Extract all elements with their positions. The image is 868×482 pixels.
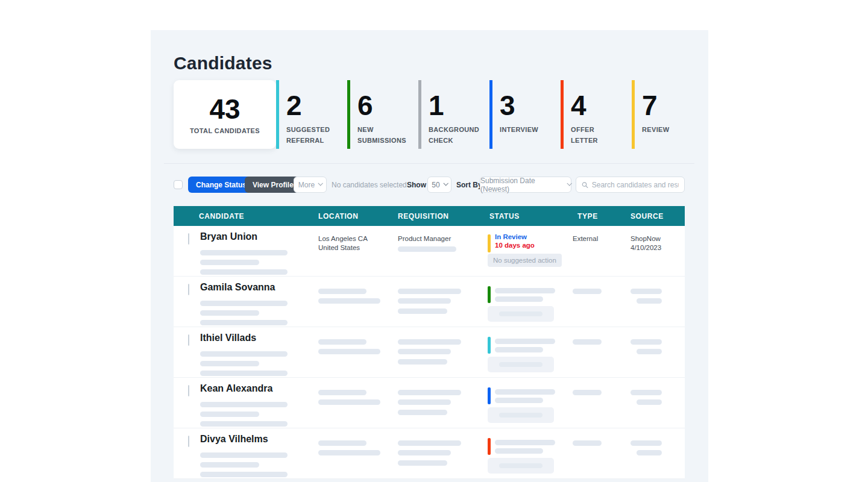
candidate-name[interactable]: Bryan Union [200, 231, 257, 242]
page-title: Candidates [174, 53, 272, 74]
column-header-status: STATUS [487, 212, 571, 221]
skeleton-bar [637, 349, 662, 354]
stat-suggested-referral: 2 SUGGESTED REFERRAL [276, 80, 347, 149]
page-size-dropdown[interactable]: 50 [427, 177, 451, 193]
skeleton-bar [495, 448, 543, 454]
candidate-source: ShopNow 4/10/2023 [631, 234, 661, 252]
skeleton-bar [398, 460, 447, 466]
skeleton-bar [200, 371, 288, 376]
skeleton-bar [495, 347, 543, 352]
skeleton-bar [637, 450, 662, 455]
suggested-action-badge-skeleton [488, 458, 554, 474]
suggested-action-badge-skeleton [488, 357, 554, 372]
search-box[interactable] [576, 177, 685, 193]
row-checkbox[interactable] [188, 386, 189, 396]
status-color-bar [488, 387, 491, 404]
column-header-source: SOURCE [629, 212, 685, 221]
candidates-panel: Candidates 43 TOTAL CANDIDATES 2 SUGGEST… [151, 30, 708, 482]
candidate-name[interactable]: Kean Alexandra [200, 383, 272, 394]
stat-label: NEW SUBMISSIONS [357, 124, 418, 146]
stat-offer-letter: 4 OFFER LETTER [561, 80, 632, 149]
stat-label: SUGGESTED REFERRAL [286, 124, 347, 146]
screen: Candidates 43 TOTAL CANDIDATES 2 SUGGEST… [0, 0, 868, 482]
stat-total-candidates: 43 TOTAL CANDIDATES [174, 80, 276, 149]
stat-value: 2 [286, 90, 347, 121]
skeleton-bar [200, 269, 288, 275]
column-header-type: TYPE [571, 212, 629, 221]
skeleton-bar [398, 440, 461, 446]
table-row[interactable]: Gamila Sovanna [174, 277, 685, 327]
selection-status-text: No candidates selected [332, 177, 407, 193]
sort-dropdown[interactable]: Submission Date (Newest) [480, 177, 571, 193]
candidate-name[interactable]: Gamila Sovanna [200, 282, 275, 293]
status-color-bar [488, 438, 491, 455]
stat-value: 6 [357, 90, 418, 121]
skeleton-bar [200, 260, 259, 265]
skeleton-bar [398, 298, 451, 304]
skeleton-bar [398, 359, 447, 365]
table-row[interactable]: Ithiel Villads [174, 327, 685, 378]
skeleton-bar [200, 301, 288, 306]
view-profile-button[interactable]: View Profile [245, 177, 301, 193]
skeleton-bar [398, 450, 451, 455]
table-header: CANDIDATE LOCATION REQUISITION STATUS TY… [174, 206, 685, 226]
skeleton-bar [200, 310, 259, 316]
column-header-requisition: REQUISITION [398, 212, 487, 221]
candidate-type: External [573, 234, 598, 243]
column-header-candidate: CANDIDATE [174, 212, 318, 221]
row-checkbox[interactable] [188, 436, 189, 447]
stat-value: 7 [642, 90, 703, 121]
search-input[interactable] [592, 181, 679, 189]
skeleton-bar [318, 339, 366, 345]
stat-label: OFFER LETTER [571, 124, 632, 146]
table-row[interactable]: Divya Vilhelms [174, 428, 685, 479]
skeleton-bar [631, 339, 662, 345]
skeleton-bar [318, 399, 380, 405]
status-label: In Review [495, 233, 527, 240]
stat-label: TOTAL CANDIDATES [190, 127, 260, 134]
stat-interview: 3 INTERVIEW [489, 80, 561, 149]
more-dropdown[interactable]: More [294, 177, 327, 193]
skeleton-bar [398, 399, 451, 405]
select-all-checkbox[interactable] [174, 180, 183, 189]
stat-value: 3 [500, 90, 561, 121]
row-checkbox[interactable] [188, 284, 189, 295]
skeleton-bar [637, 298, 662, 304]
skeleton-bar [200, 421, 288, 427]
candidate-name[interactable]: Divya Vilhelms [200, 434, 268, 445]
status-age: 10 days ago [495, 242, 535, 249]
table-row[interactable]: Kean Alexandra [174, 378, 685, 428]
candidate-name[interactable]: Ithiel Villads [200, 333, 256, 343]
status-color-bar [488, 286, 491, 303]
column-header-location: LOCATION [318, 212, 398, 221]
stats-row: 43 TOTAL CANDIDATES 2 SUGGESTED REFERRAL… [174, 80, 703, 149]
stat-label: INTERVIEW [500, 124, 561, 135]
skeleton-bar [398, 349, 451, 354]
skeleton-bar [573, 289, 602, 294]
stat-value: 1 [429, 90, 489, 121]
stat-label: REVIEW [642, 124, 703, 135]
skeleton-bar [495, 288, 555, 293]
skeleton-bar [631, 390, 662, 395]
skeleton-bar [573, 390, 602, 395]
skeleton-bar [398, 308, 447, 314]
skeleton-bar [200, 402, 288, 407]
skeleton-bar [495, 296, 543, 302]
skeleton-bar [495, 398, 543, 403]
status-color-bar [488, 234, 491, 252]
status-color-bar [488, 337, 491, 354]
row-checkbox[interactable] [188, 335, 189, 346]
show-label: Show [407, 177, 426, 193]
skeleton-bar [398, 390, 461, 395]
skeleton-bar [631, 289, 662, 294]
skeleton-bar [398, 289, 461, 294]
skeleton-bar [631, 440, 662, 446]
skeleton-bar [200, 452, 288, 458]
table-row[interactable]: Bryan Union Los Angeles CA United States… [174, 226, 685, 277]
skeleton-bar [398, 246, 456, 252]
row-checkbox[interactable] [188, 234, 189, 245]
skeleton-bar [200, 412, 259, 417]
stat-new-submissions: 6 NEW SUBMISSIONS [347, 80, 418, 149]
skeleton-bar [200, 351, 288, 357]
skeleton-bar [200, 361, 259, 366]
